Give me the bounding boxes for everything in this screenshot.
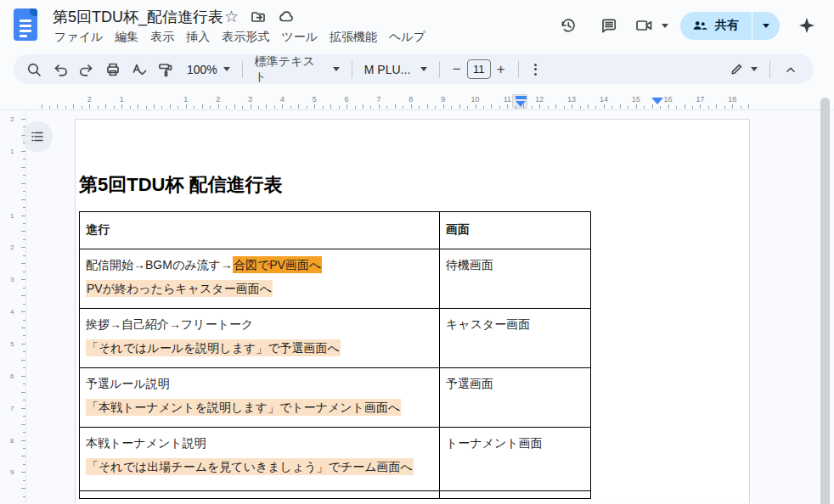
- ruler-number: 18: [728, 95, 736, 104]
- version-history-button[interactable]: [551, 8, 585, 42]
- ruler-number: 6: [10, 372, 14, 380]
- screen-cell[interactable]: [440, 491, 591, 499]
- table-row: 予選ルール説明「本戦トーナメントを説明します」でトーナメント画面へ予選画面: [80, 368, 591, 428]
- editing-mode-select[interactable]: [724, 61, 763, 77]
- docs-logo[interactable]: [14, 8, 37, 41]
- document-outline-button[interactable]: [22, 121, 53, 152]
- share-dropdown-button[interactable]: [752, 12, 780, 40]
- decrease-font-size-button[interactable]: −: [447, 61, 467, 78]
- move-folder-icon[interactable]: [250, 8, 267, 25]
- column-header[interactable]: 画面: [440, 212, 591, 249]
- progress-cell[interactable]: 配信開始→BGMのみ流す→合図でPV画面へPVが終わったらキャスター画面へ: [80, 249, 440, 309]
- star-icon[interactable]: ☆: [224, 8, 239, 25]
- share-button-label: 共有: [715, 18, 739, 33]
- zoom-value: 100%: [187, 63, 217, 76]
- share-button-group: 共有: [680, 12, 780, 40]
- hide-menus-button[interactable]: [777, 57, 803, 82]
- menu-format[interactable]: 表示形式: [216, 28, 275, 47]
- header-actions: 共有: [551, 8, 820, 42]
- highlighted-text: 合図でPV画面へ: [233, 256, 322, 273]
- menu-extensions[interactable]: 拡張機能: [324, 28, 383, 47]
- paragraph-style-value: 標準テキスト: [255, 54, 327, 85]
- highlighted-text: 「それではルールを説明します」で予選画面へ: [86, 339, 341, 356]
- collapse-toolbar-chevron-icon: [783, 62, 798, 77]
- paint-format-button[interactable]: [152, 57, 178, 82]
- toolbar-divider: [439, 61, 440, 78]
- undo-icon: [52, 61, 69, 78]
- font-family-value: M PLU...: [364, 63, 410, 76]
- ruler-number: 4: [280, 95, 285, 104]
- cell-line: 予選ルール説明: [86, 375, 433, 393]
- ruler-number: 9: [10, 468, 14, 476]
- mode-caret-icon: [751, 67, 758, 71]
- print-button[interactable]: [99, 57, 126, 82]
- column-header[interactable]: 進行: [80, 212, 440, 249]
- font-family-select[interactable]: M PLU...: [359, 63, 432, 76]
- menu-tools[interactable]: ツール: [275, 28, 324, 47]
- right-indent-marker[interactable]: [651, 98, 663, 104]
- cloud-saved-icon[interactable]: [278, 8, 296, 25]
- spellcheck-button[interactable]: [126, 57, 152, 82]
- cell-line: 「それでは出場チームを見ていきましょう」でチーム画面へ: [86, 458, 433, 476]
- screen-cell[interactable]: 予選画面: [440, 368, 591, 428]
- font-size-input[interactable]: 11: [467, 59, 491, 79]
- screen-cell[interactable]: トーナメント画面: [440, 428, 591, 491]
- screen-cell[interactable]: 待機画面: [440, 249, 591, 309]
- doc-heading[interactable]: 第5回TDU杯 配信進行表: [79, 172, 283, 198]
- redo-button[interactable]: [73, 57, 99, 82]
- undo-button[interactable]: [47, 57, 73, 82]
- first-line-indent-marker[interactable]: [516, 96, 527, 99]
- progress-cell[interactable]: 挨拶→自己紹介→フリートーク「それではルールを説明します」で予選画面へ: [80, 309, 440, 368]
- menu-file[interactable]: ファイル: [48, 28, 109, 47]
- paragraph-style-select[interactable]: 標準テキスト: [250, 54, 345, 85]
- title-icons: ☆: [224, 8, 296, 25]
- gemini-sparkle-button[interactable]: [793, 8, 820, 42]
- people-icon: [691, 18, 708, 33]
- search-menus-button[interactable]: [20, 57, 47, 82]
- progress-cell[interactable]: 予選ルール説明「本戦トーナメントを説明します」でトーナメント画面へ: [80, 368, 440, 428]
- cell-line: 挨拶→自己紹介→フリートーク: [86, 316, 433, 333]
- app-header: 第5回TDU杯_配信進行表 ☆ ファイル編集表示挿入表示形式ツール拡張機能ヘルプ: [0, 0, 834, 51]
- table-header-row: 進行画面: [80, 212, 591, 249]
- ruler-number: 17: [696, 95, 704, 104]
- table-row: 挨拶→自己紹介→フリートーク「それではルールを説明します」で予選画面へキャスター…: [80, 309, 591, 368]
- table-row-partial: [80, 491, 591, 499]
- share-button[interactable]: 共有: [680, 12, 752, 40]
- plain-text: 本戦トーナメント説明: [86, 436, 206, 450]
- ruler-number: 16: [664, 95, 673, 104]
- camera-dropdown-caret-icon: [662, 24, 668, 28]
- more-options-button[interactable]: [526, 60, 545, 79]
- join-call-button[interactable]: [634, 16, 668, 35]
- toolbar-divider: [242, 61, 243, 78]
- vertical-scrollbar-thumb[interactable]: [820, 98, 830, 504]
- menu-insert[interactable]: 挿入: [180, 28, 216, 47]
- version-history-icon: [559, 16, 578, 35]
- ruler-number: 4: [10, 308, 14, 316]
- style-caret-icon: [333, 67, 340, 71]
- zoom-select[interactable]: 100%: [182, 63, 235, 76]
- document-title[interactable]: 第5回TDU杯_配信進行表: [53, 7, 223, 27]
- menu-view[interactable]: 表示: [144, 28, 180, 47]
- cell-line: PVが終わったらキャスター画面へ: [86, 280, 433, 298]
- ruler-number: 3: [10, 276, 14, 283]
- highlighted-text: 「それでは出場チームを見ていきましょう」でチーム画面へ: [86, 458, 414, 475]
- ruler-number: 2: [10, 115, 14, 123]
- progress-cell[interactable]: [80, 491, 440, 499]
- menu-edit[interactable]: 編集: [109, 28, 144, 47]
- vertical-ruler[interactable]: [25, 110, 26, 503]
- plain-text: 予選ルール説明: [86, 377, 170, 390]
- highlighted-text: 「本戦トーナメントを説明します」でトーナメント画面へ: [86, 399, 401, 416]
- toolbar-divider: [352, 61, 352, 78]
- comments-button[interactable]: [592, 8, 626, 42]
- meet-video-icon: [634, 16, 655, 35]
- zoom-caret-icon: [223, 67, 230, 71]
- screen-cell[interactable]: キャスター画面: [440, 309, 591, 368]
- menu-help[interactable]: ヘルプ: [383, 28, 431, 47]
- ruler-number: 6: [345, 95, 349, 104]
- horizontal-ruler[interactable]: 12123456789101112131415161718: [0, 88, 834, 110]
- ruler-number: 12: [535, 95, 544, 104]
- increase-font-size-button[interactable]: +: [491, 61, 511, 78]
- progress-cell[interactable]: 本戦トーナメント説明「それでは出場チームを見ていきましょう」でチーム画面へ: [80, 428, 440, 491]
- ruler-number: 3: [248, 95, 252, 104]
- highlighted-text: PVが終わったらキャスター画面へ: [86, 280, 273, 297]
